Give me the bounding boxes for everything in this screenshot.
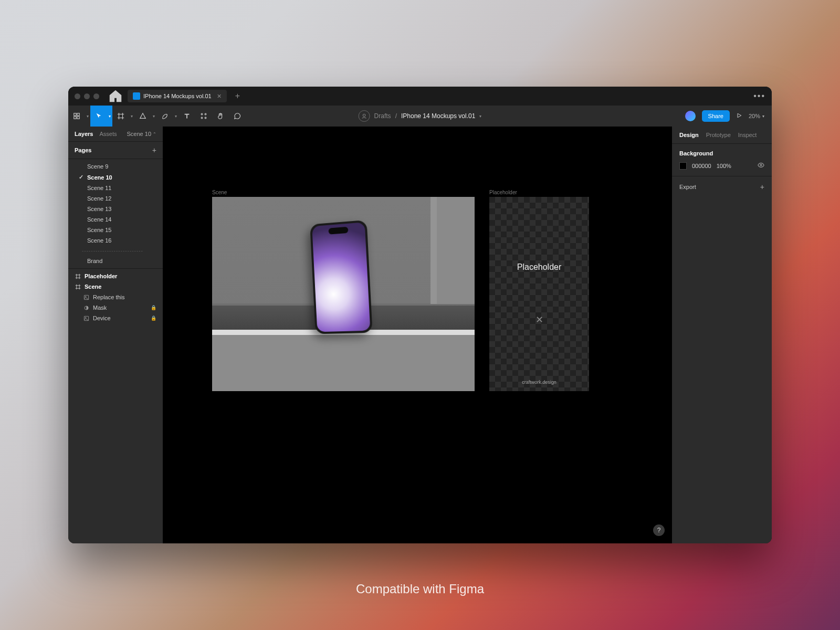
svg-point-5 — [205, 113, 206, 115]
page-item[interactable]: ✓Scene 10 — [68, 172, 163, 183]
maximize-window-dot[interactable] — [93, 93, 99, 99]
layer-item[interactable]: Scene — [68, 281, 163, 292]
titlebar: IPhone 14 Mockups vol.01 ✕ + ••• — [68, 87, 772, 106]
layer-item[interactable]: Device🔒 — [68, 313, 163, 323]
background-opacity[interactable]: 100% — [717, 163, 731, 169]
user-avatar-icon[interactable] — [359, 110, 370, 122]
breadcrumb-location[interactable]: Drafts — [374, 112, 391, 120]
text-tool[interactable] — [178, 106, 195, 127]
layer-item[interactable]: Mask🔒 — [68, 302, 163, 313]
svg-point-7 — [205, 117, 206, 119]
main-menu-tool[interactable] — [68, 106, 85, 127]
add-export-button[interactable]: + — [760, 183, 764, 191]
layer-item[interactable]: Replace this — [68, 292, 163, 302]
home-button[interactable] — [108, 88, 123, 104]
background-section: Background 000000 100% — [672, 144, 772, 176]
placeholder-title: Placeholder — [517, 262, 562, 272]
page-item[interactable]: Scene 16 — [68, 235, 163, 246]
pages-section-header: Pages + — [68, 141, 163, 159]
image-icon — [83, 294, 89, 300]
svg-point-4 — [201, 113, 203, 115]
page-item[interactable]: Scene 12 — [68, 193, 163, 204]
iphone-mockup — [310, 220, 372, 334]
image-icon — [83, 315, 89, 321]
svg-rect-1 — [77, 113, 79, 116]
svg-point-10 — [85, 296, 86, 297]
zoom-level[interactable]: 20%▾ — [749, 113, 764, 119]
chevron-down-icon[interactable]: ▾ — [85, 106, 90, 127]
file-tab[interactable]: IPhone 14 Mockups vol.01 ✕ — [128, 90, 227, 102]
frame-icon — [75, 284, 81, 290]
help-button[interactable]: ? — [653, 524, 665, 536]
frame-icon — [75, 273, 81, 279]
chevron-down-icon[interactable]: ▾ — [107, 106, 112, 127]
figma-file-icon — [133, 92, 140, 100]
svg-rect-2 — [74, 117, 76, 119]
canvas[interactable]: Scene Placeholder Placeholder ✕ craftwor… — [163, 127, 672, 543]
frame-label-placeholder[interactable]: Placeholder — [489, 190, 517, 195]
hand-tool[interactable] — [212, 106, 229, 127]
frame-label-scene[interactable]: Scene — [212, 190, 227, 195]
page-item[interactable]: Scene 15 — [68, 225, 163, 235]
close-tab-icon[interactable]: ✕ — [217, 93, 222, 100]
tab-layers[interactable]: Layers — [75, 131, 93, 137]
mask-icon — [83, 304, 89, 311]
page-selector[interactable]: Scene 10 ⌃ — [127, 131, 156, 137]
pen-tool[interactable] — [156, 106, 173, 127]
svg-point-8 — [363, 114, 365, 117]
add-page-button[interactable]: + — [152, 146, 156, 154]
tab-title: IPhone 14 Mockups vol.01 — [143, 93, 212, 99]
svg-rect-0 — [74, 113, 76, 116]
breadcrumb: Drafts / IPhone 14 Mockups vol.01 ▾ — [359, 110, 482, 122]
toolbar: ▾ ▾ ▾ ▾ ▾ Drafts / IPhone 14 Mockups vol… — [68, 106, 772, 127]
window-controls — [75, 93, 99, 99]
right-panel: Design Prototype Inspect Background 0000… — [672, 127, 772, 543]
scene-frame[interactable] — [212, 197, 475, 391]
resources-tool[interactable] — [195, 106, 212, 127]
figma-app-window: IPhone 14 Mockups vol.01 ✕ + ••• ▾ ▾ ▾ ▾… — [68, 87, 772, 543]
export-section: Export + — [672, 176, 772, 197]
svg-point-14 — [760, 164, 762, 166]
page-item[interactable]: Brand — [68, 256, 163, 266]
breadcrumb-file[interactable]: IPhone 14 Mockups vol.01 — [401, 112, 475, 120]
tab-prototype[interactable]: Prototype — [706, 132, 731, 138]
placeholder-footer: craftwork.design — [522, 380, 556, 385]
svg-point-6 — [201, 117, 203, 119]
layer-list: PlaceholderSceneReplace thisMask🔒Device🔒 — [68, 268, 163, 326]
svg-point-13 — [85, 317, 86, 318]
left-panel: Layers Assets Scene 10 ⌃ Pages + Scene 9… — [68, 127, 163, 543]
tab-assets[interactable]: Assets — [99, 131, 117, 137]
page-item[interactable]: Scene 13 — [68, 204, 163, 214]
background-hex[interactable]: 000000 — [692, 163, 711, 169]
move-tool[interactable] — [90, 106, 107, 127]
main-menu-button[interactable]: ••• — [753, 91, 765, 101]
tab-design[interactable]: Design — [679, 132, 699, 138]
lock-icon: 🔒 — [151, 305, 156, 310]
visibility-toggle-icon[interactable] — [758, 162, 764, 170]
chevron-down-icon[interactable]: ▾ — [479, 114, 481, 119]
page-item[interactable]: Scene 14 — [68, 214, 163, 225]
page-list: Scene 9✓Scene 10Scene 11Scene 12Scene 13… — [68, 159, 163, 268]
layer-item[interactable]: Placeholder — [68, 271, 163, 281]
caption-text: Compatible with Figma — [356, 582, 484, 596]
page-item[interactable]: Scene 9 — [68, 161, 163, 172]
lock-icon: 🔒 — [151, 316, 156, 321]
new-tab-button[interactable]: + — [231, 91, 244, 101]
page-item[interactable]: Scene 11 — [68, 183, 163, 193]
chevron-down-icon[interactable]: ▾ — [173, 106, 178, 127]
frame-tool[interactable] — [112, 106, 129, 127]
minimize-window-dot[interactable] — [84, 93, 90, 99]
svg-rect-3 — [77, 117, 79, 119]
chevron-down-icon[interactable]: ▾ — [129, 106, 134, 127]
present-button[interactable] — [736, 111, 742, 121]
x-icon: ✕ — [536, 314, 543, 326]
placeholder-frame[interactable]: Placeholder ✕ craftwork.design — [489, 197, 589, 391]
dev-mode-icon[interactable] — [685, 111, 696, 121]
close-window-dot[interactable] — [75, 93, 80, 99]
tab-inspect[interactable]: Inspect — [738, 132, 757, 138]
chevron-down-icon[interactable]: ▾ — [151, 106, 156, 127]
shape-tool[interactable] — [134, 106, 151, 127]
background-swatch[interactable] — [679, 162, 687, 170]
share-button[interactable]: Share — [702, 110, 730, 122]
comment-tool[interactable] — [229, 106, 246, 127]
